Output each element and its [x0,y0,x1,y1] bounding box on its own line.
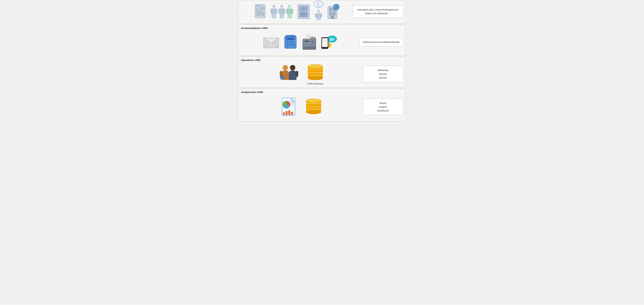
svg-rect-122 [291,112,293,115]
svg-rect-72 [286,38,294,40]
svg-rect-3 [256,6,258,8]
svg-rect-35 [300,14,307,15]
svg-rect-84 [303,47,316,50]
svg-rect-62 [286,35,295,37]
svg-rect-49 [330,12,332,15]
kommunikativ-description: Einbindung Kommunikationskanäle [359,38,403,46]
svg-rect-26 [286,9,288,13]
svg-point-12 [272,5,276,8]
svg-rect-27 [291,9,293,13]
svg-rect-71 [292,44,294,46]
telephone-icon [283,34,298,50]
svg-rect-83 [312,42,313,43]
alert-person-icon: ! [314,0,324,21]
svg-rect-11 [256,15,264,15]
kollaborativ-icons: ! [241,2,353,21]
svg-rect-43 [320,13,322,17]
svg-point-40 [317,9,320,13]
svg-rect-67 [289,42,291,44]
svg-rect-70 [289,44,291,46]
operativ-description: Marketing Vertrieb Service [363,66,403,82]
svg-rect-28 [288,15,289,18]
svg-rect-34 [300,13,307,13]
svg-rect-5 [256,8,258,10]
svg-rect-65 [292,40,294,42]
svg-rect-121 [288,110,290,115]
report-document-icon [280,97,297,117]
svg-rect-105 [296,71,298,77]
svg-point-112 [308,64,323,68]
svg-rect-6 [259,8,260,10]
svg-point-86 [327,36,337,42]
svg-rect-22 [280,15,282,18]
svg-rect-36 [300,15,307,16]
server-building-icon [297,4,310,19]
fax-icon [301,34,317,50]
svg-rect-15 [275,9,277,13]
svg-point-126 [306,110,321,114]
svg-rect-4 [259,6,260,8]
svg-rect-50 [333,12,336,15]
envelope-icon [263,35,280,49]
svg-point-99 [282,65,288,70]
kollaborativ-section: ! [238,0,406,24]
svg-rect-45 [319,18,321,21]
mobile-chat-icon [321,34,338,50]
svg-rect-79 [304,40,309,42]
svg-point-33 [302,7,305,10]
operativ-title: Operatives CRM [241,59,403,61]
analytisch-section: Analytisches CRM [238,88,406,121]
svg-point-130 [306,99,321,103]
analytisch-database-icon [304,98,323,116]
svg-point-18 [280,5,284,8]
crm-database-icon: CRM Datenbank [306,63,325,85]
kommunikativ-section: Kommunikatives CRM [238,24,406,56]
svg-rect-119 [283,112,285,115]
global-building-icon [327,4,340,19]
analytisch-description: Report Analyse Dashboard [363,99,403,115]
kollaborativ-description: Interaktion über Unternehmensgrenzen hin… [353,5,403,18]
svg-rect-85 [310,37,316,39]
person-group-icon [270,4,294,19]
svg-rect-80 [310,40,311,41]
svg-rect-23 [282,15,284,18]
svg-rect-64 [289,40,291,42]
kommunikativ-title: Kommunikatives CRM [241,27,403,29]
svg-rect-10 [256,13,264,14]
svg-rect-42 [315,13,317,17]
machine-icon [254,4,267,19]
svg-point-8 [262,7,264,9]
svg-rect-66 [286,42,289,44]
svg-rect-14 [270,9,272,13]
svg-text:!: ! [318,2,319,6]
svg-rect-82 [310,42,311,43]
svg-rect-20 [278,9,280,13]
svg-rect-120 [286,111,288,115]
svg-rect-47 [330,8,332,11]
analytisch-icons [241,97,363,117]
svg-point-24 [288,5,291,8]
svg-point-95 [324,47,325,48]
svg-rect-41 [316,13,321,18]
svg-rect-16 [272,15,274,18]
analytisch-title: Analytisches CRM [241,91,403,93]
operativ-section: Operatives CRM [238,56,406,88]
svg-rect-63 [286,40,289,42]
svg-rect-68 [292,42,294,44]
svg-rect-9 [256,12,264,13]
svg-rect-51 [331,16,334,19]
operativ-icons: CRM Datenbank [241,63,363,85]
kommunikativ-icons [241,34,359,50]
svg-rect-69 [286,44,289,46]
svg-rect-29 [290,15,292,18]
business-people-icon [279,64,299,84]
svg-rect-81 [312,40,313,41]
svg-rect-44 [316,18,318,21]
svg-point-108 [308,76,323,80]
svg-rect-17 [274,15,276,18]
svg-rect-21 [283,9,285,13]
